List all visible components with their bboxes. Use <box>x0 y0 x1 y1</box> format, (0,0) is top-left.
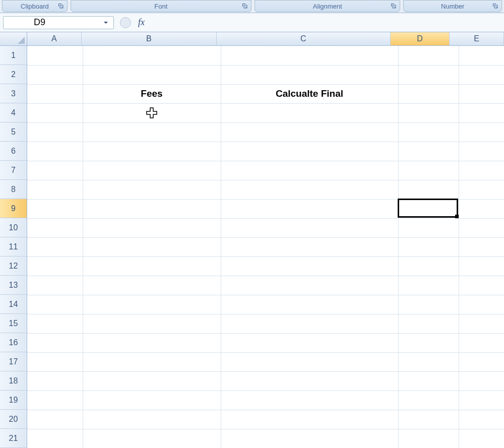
gridline <box>27 429 504 429</box>
row-header-11[interactable]: 11 <box>0 237 27 257</box>
gridline <box>83 46 83 448</box>
cell-B3[interactable]: Fees <box>83 84 221 103</box>
row-header-13[interactable]: 13 <box>0 276 27 295</box>
gridline <box>27 257 504 257</box>
ribbon-group-clipboard[interactable]: Clipboard <box>2 0 68 12</box>
ribbon-group-label: Clipboard <box>21 3 49 10</box>
gridline <box>27 161 504 161</box>
cells-area[interactable]: FeesCalcualte Final <box>27 46 504 448</box>
selection-rectangle <box>398 199 458 218</box>
gridline <box>27 103 504 104</box>
row-header-16[interactable]: 16 <box>0 333 27 352</box>
gridline <box>27 352 504 353</box>
fill-handle[interactable] <box>455 215 459 218</box>
row-header-19[interactable]: 19 <box>0 391 27 410</box>
ribbon-group-alignment[interactable]: Alignment <box>255 0 400 12</box>
ribbon-group-label: Alignment <box>313 3 342 10</box>
row-header-12[interactable]: 12 <box>0 257 27 276</box>
gridline <box>27 84 504 85</box>
dialog-launcher-icon[interactable] <box>58 3 64 9</box>
column-header-E[interactable]: E <box>450 32 504 45</box>
row-headers[interactable]: 123456789101112131415161718192021 <box>0 46 27 448</box>
gridline <box>27 276 504 276</box>
gridline <box>27 237 504 238</box>
row-header-20[interactable]: 20 <box>0 410 27 429</box>
cancel-icon[interactable] <box>120 17 131 28</box>
row-header-3[interactable]: 3 <box>0 84 27 103</box>
ribbon-group-label: Font <box>154 3 167 10</box>
row-header-18[interactable]: 18 <box>0 371 27 391</box>
select-all-corner[interactable] <box>0 32 27 46</box>
row-header-10[interactable]: 10 <box>0 218 27 237</box>
row-header-7[interactable]: 7 <box>0 161 27 180</box>
name-box[interactable]: D9 <box>3 16 114 29</box>
dialog-launcher-icon[interactable] <box>492 3 498 9</box>
column-headers[interactable]: ABCDE <box>27 32 504 46</box>
row-header-8[interactable]: 8 <box>0 180 27 199</box>
ribbon-group-labels: Clipboard Font Alignment Number <box>0 0 504 13</box>
column-header-B[interactable]: B <box>82 32 217 45</box>
gridline <box>27 410 504 410</box>
ribbon-group-label: Number <box>441 3 464 10</box>
column-header-C[interactable]: C <box>217 32 391 45</box>
gridline <box>27 371 504 372</box>
row-header-4[interactable]: 4 <box>0 103 27 122</box>
dialog-launcher-icon[interactable] <box>242 3 248 9</box>
cell-C3[interactable]: Calcualte Final <box>221 84 398 103</box>
gridline <box>27 122 504 123</box>
gridline <box>27 65 504 66</box>
column-header-D[interactable]: D <box>391 32 450 45</box>
gridline <box>27 142 504 142</box>
dialog-launcher-icon[interactable] <box>391 3 397 9</box>
row-header-1[interactable]: 1 <box>0 46 27 65</box>
excel-select-cursor-icon <box>146 107 157 118</box>
gridline <box>221 46 221 448</box>
gridline <box>27 314 504 314</box>
row-header-14[interactable]: 14 <box>0 295 27 314</box>
column-header-A[interactable]: A <box>27 32 82 45</box>
gridline <box>27 199 504 200</box>
row-header-5[interactable]: 5 <box>0 122 27 142</box>
gridline <box>27 180 504 180</box>
gridline <box>459 46 459 448</box>
formula-input[interactable] <box>151 17 501 29</box>
formula-bar-buttons: fx <box>120 17 145 28</box>
chevron-down-icon[interactable] <box>101 18 110 27</box>
ribbon-group-font[interactable]: Font <box>71 0 251 12</box>
name-box-value: D9 <box>34 17 45 28</box>
gridline <box>27 218 504 219</box>
row-header-17[interactable]: 17 <box>0 352 27 371</box>
fx-icon[interactable]: fx <box>138 17 145 28</box>
ribbon-group-number[interactable]: Number <box>403 0 502 12</box>
formula-bar-row: D9 fx <box>0 13 504 32</box>
row-header-15[interactable]: 15 <box>0 314 27 333</box>
gridline <box>27 391 504 391</box>
gridline <box>27 295 504 295</box>
row-header-9[interactable]: 9 <box>0 199 27 218</box>
gridline <box>398 46 399 448</box>
row-header-21[interactable]: 21 <box>0 429 27 448</box>
row-header-6[interactable]: 6 <box>0 142 27 161</box>
worksheet[interactable]: ABCDE 123456789101112131415161718192021 … <box>0 32 504 448</box>
gridline <box>27 333 504 334</box>
row-header-2[interactable]: 2 <box>0 65 27 84</box>
